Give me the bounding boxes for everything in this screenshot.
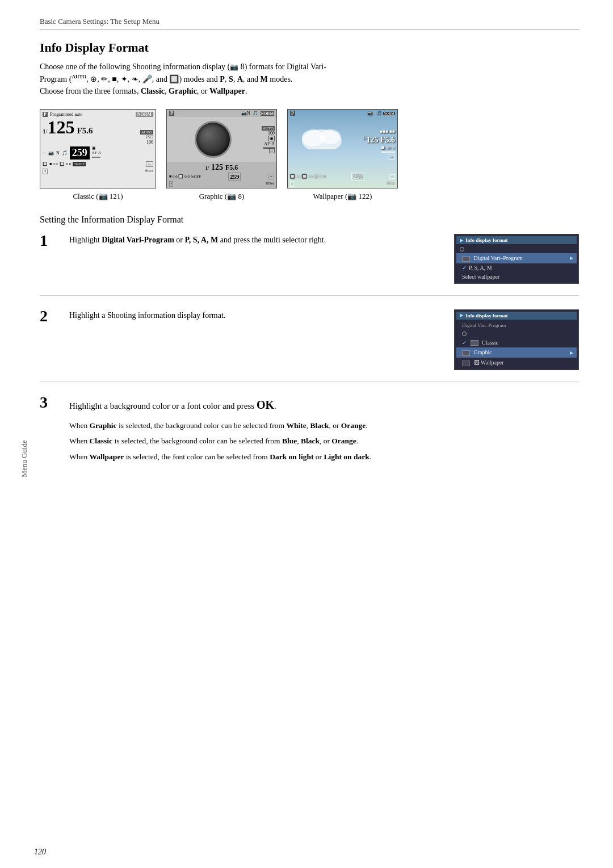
comma1: , <box>225 75 229 83</box>
graphic-caption: Graphic (📷 8) <box>199 192 245 201</box>
sidebar-label: Menu Guide <box>20 440 29 477</box>
mode-P: P <box>220 75 225 83</box>
step-1-number: 1 <box>40 233 60 249</box>
mode-A: A <box>237 75 243 83</box>
sidebar-wrapper: Menu Guide <box>0 397 23 511</box>
intro-icons2: , ■, ✦, ❧, <box>108 75 142 83</box>
dvp-small-label: Digital Vari–Program <box>462 322 506 328</box>
and-text: , and <box>243 75 261 83</box>
classic-caption: Classic (📷 121) <box>73 192 123 201</box>
check-icon-1: ✓ <box>462 265 467 271</box>
camera-icon-1: 📷 <box>230 63 238 71</box>
menu-graphic: Graphic ▶ <box>456 347 577 358</box>
classic-label: Classic <box>141 87 165 95</box>
menu-title-text-1: Info display format <box>465 237 508 243</box>
step-3-content: Highlight a background color or a font c… <box>69 396 579 467</box>
camera-icon-classic: 📷 <box>99 192 108 200</box>
breadcrumb: Basic Camera Settings: The Setup Menu <box>40 17 579 30</box>
wallpaper-menu-label: 🖼 Wallpaper <box>474 359 504 366</box>
step-2-menu: ▶ Info display format Digital Vari–Progr… <box>454 309 579 370</box>
menu-dot-empty-1 <box>456 245 577 253</box>
menu-dvp: Digital Vari–Program ▶ <box>456 253 577 263</box>
select-wallpaper-label: Select wallpaper <box>462 274 499 280</box>
wallpaper-caption: Wallpaper (📷 122) <box>313 192 372 201</box>
step-2-content: Highlight a Shooting information display… <box>69 309 445 322</box>
menu-arrow-dvp: ▶ <box>570 255 573 261</box>
auto-sup: AUTO <box>72 74 86 79</box>
intro-icons: , ⊕, <box>86 75 101 83</box>
menu-select-wallpaper: Select wallpaper <box>456 272 577 282</box>
intro-text-4: modes. <box>268 75 293 83</box>
step-2: 2 Highlight a Shooting information displ… <box>40 309 579 382</box>
step-3-number: 3 <box>40 395 60 410</box>
mode-S: S <box>229 75 233 83</box>
step-3: 3 Highlight a background color or a font… <box>40 396 579 467</box>
step-1-content: Highlight Digital Vari-Program or P, S, … <box>69 234 445 246</box>
camera-icon-wallpaper: 📷 <box>347 192 356 200</box>
intro-text-5: Choose from the three formats, <box>40 87 141 95</box>
classic-menu-label: Classic <box>482 339 498 346</box>
page-title: Info Display Format <box>40 40 579 55</box>
menu-title-1: ▶ Info display format <box>456 236 577 244</box>
flash-icon: 🔲 <box>169 75 179 83</box>
period1: . <box>245 87 247 95</box>
comma3: , <box>165 87 169 95</box>
classic-display-item: P Programmed auto NORM 1/125 F5.6 AUTO I… <box>40 109 156 201</box>
graphic-screen: P 📷N🎵NORM AUTO 100 <box>166 109 277 188</box>
step-3-sub2: When Classic is selected, the background… <box>69 435 579 447</box>
intro-text-3: ) modes and <box>179 75 220 83</box>
monitor-icon-classic <box>471 340 478 346</box>
menu-arrow-graphic: ▶ <box>570 350 573 355</box>
graphic-menu-label: Graphic <box>474 349 492 355</box>
monitor-icon-dvp <box>462 256 470 262</box>
step-3-sub1: When Graphic is selected, the background… <box>69 420 579 432</box>
wallpaper-label: Wallpaper <box>209 87 245 95</box>
step-1: 1 Highlight Digital Vari-Program or P, S… <box>40 234 579 296</box>
step-3-main-text: Highlight a background color or a font c… <box>69 396 579 414</box>
menu-screen-1: ▶ Info display format Digital Vari–Progr… <box>454 234 579 284</box>
or-text: , or <box>197 87 209 95</box>
intro-paragraph: Choose one of the following Shooting inf… <box>40 61 579 98</box>
dvp-menu-label: Digital Vari–Program <box>474 255 523 261</box>
menu-screen-2: ▶ Info display format Digital Vari–Progr… <box>454 309 579 370</box>
display-formats-row: P Programmed auto NORM 1/125 F5.6 AUTO I… <box>40 109 579 201</box>
step-1-menu: ▶ Info display format Digital Vari–Progr… <box>454 234 579 284</box>
subsection-heading: Setting the Information Display Format <box>40 215 579 225</box>
page-number: 120 <box>34 848 46 857</box>
menu-wallpaper-item: 🖼 Wallpaper <box>456 358 577 368</box>
intro-text-1b: 8) formats for Digital Vari- <box>238 62 326 71</box>
dvp-label: Digital Vari-Program <box>102 236 174 244</box>
camera-icon-graphic: 📷 <box>227 192 236 200</box>
graphic-label: Graphic <box>169 87 197 95</box>
comma2: , <box>233 75 237 83</box>
menu-classic: ✓ Classic <box>456 338 577 348</box>
step-2-text: Highlight a Shooting information display… <box>69 309 445 322</box>
intro-text-1: Choose one of the following Shooting inf… <box>40 62 230 71</box>
monitor-icon-graphic <box>462 350 470 356</box>
menu-title-2: ▶ Info display format <box>456 312 577 320</box>
mic-icon: 🎤 <box>142 75 152 83</box>
step-3-sub3: When Wallpaper is selected, the font col… <box>69 451 579 463</box>
wallpaper-display-item: P 📷N🎵NORM ■■■ ■■ 1/125 F5.6 ▣ AF-A <box>287 109 398 201</box>
menu-dvp-small: Digital Vari–Program <box>456 321 577 330</box>
wallpaper-icon <box>462 360 470 366</box>
menu-title-text-2: Info display format <box>465 313 508 318</box>
classic-screen: P Programmed auto NORM 1/125 F5.6 AUTO I… <box>40 109 156 188</box>
graphic-display-item: P 📷N🎵NORM AUTO 100 <box>166 109 277 201</box>
intro-and-text: , and <box>152 75 170 83</box>
wallpaper-screen: P 📷N🎵NORM ■■■ ■■ 1/125 F5.6 ▣ AF-A <box>287 109 398 188</box>
ok-symbol: OK <box>257 399 274 411</box>
psam-label: P, S, A, M <box>185 236 219 244</box>
check-icon-2: ✓ <box>462 339 467 346</box>
step-2-number: 2 <box>40 308 60 324</box>
psam-menu-label: P, S, A, M <box>469 265 492 271</box>
intro-text-2: Program ( <box>40 75 72 83</box>
pencil-icon: ✏ <box>101 75 108 83</box>
mode-M: M <box>261 75 268 83</box>
menu-dot-empty-2 <box>456 330 577 338</box>
